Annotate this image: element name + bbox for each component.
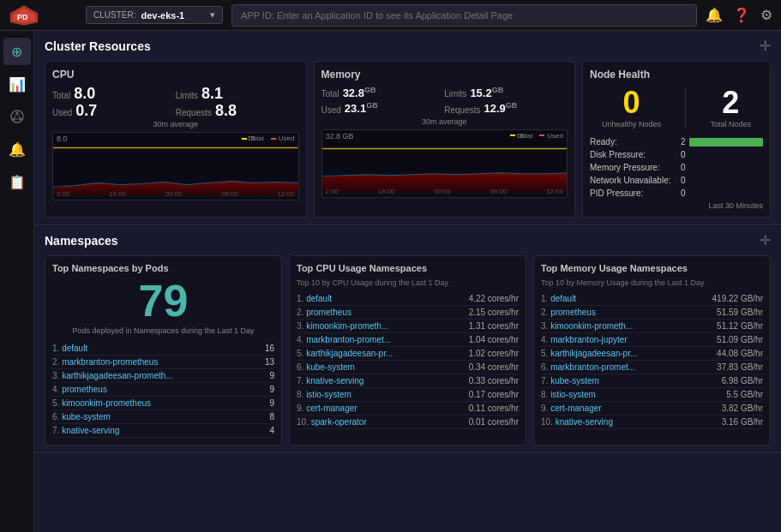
cpu-used-label: Used: [52, 108, 72, 117]
cpu-total-value: 8.0: [74, 86, 95, 101]
cpu-time-labels: 2:00 18:00 00:00 06:00 12:00: [53, 190, 298, 198]
list-item: 5. karthikjagadeesan-pr...44.08 GB/hr: [541, 347, 763, 361]
memory-avg: 30m average: [321, 117, 568, 126]
topbar: PD CLUSTER: dev-eks-1 ▾ 🔔 ❓ ⚙: [0, 0, 781, 31]
unhealthy-label: Unhealthy Nodes: [602, 120, 661, 129]
list-item: 10. knative-serving3.16 GB/hr: [541, 415, 763, 429]
list-item: 4. markbranton-promet...1.04 cores/hr: [297, 333, 519, 347]
content: Cluster Resources ✛ CPU Total 8.0: [34, 31, 781, 532]
list-item: 9. cert-manager3.82 GB/hr: [541, 402, 763, 415]
list-item: 6. kube-system8: [52, 410, 274, 424]
list-item: 2. prometheus2.15 cores/hr: [297, 306, 519, 320]
namespaces-expand[interactable]: ✛: [760, 232, 771, 248]
memory-time-labels: 2:00 18:00 00:00 06:00 12:00: [322, 188, 568, 195]
ready-bar-container: [689, 138, 763, 146]
app-id-input[interactable]: [231, 4, 697, 27]
disk-label: Disk Pressure:: [590, 150, 676, 159]
cpu-ns-list: 1. default4.22 cores/hr2. prometheus2.15…: [297, 292, 519, 429]
cpu-avg: 30m average: [52, 120, 299, 129]
list-item: 3. kimoonkim-prometh...1.31 cores/hr: [297, 320, 519, 333]
memory-card: Memory Total 32.8GB Used 23.1GB: [314, 61, 576, 218]
ready-value: 2: [681, 137, 686, 146]
list-item: 5. kimoonkim-prometheus9: [52, 397, 274, 410]
total-nodes-stat: 2 Total Nodes: [710, 87, 751, 129]
namespaces-title: Namespaces: [45, 234, 118, 248]
sidebar-item-alerts[interactable]: 🔔: [3, 135, 31, 163]
sidebar-item-home[interactable]: ⊕: [3, 38, 31, 65]
disk-value: 0: [681, 150, 686, 159]
memory-requests-label: Requests: [444, 105, 480, 115]
top-memory-card: Top Memory Usage Namespaces Top 10 by Me…: [533, 255, 771, 445]
top-pods-title: Top Namespaces by Pods: [52, 263, 274, 273]
pods-big-number: 79: [52, 278, 274, 323]
list-item: 2. markbranton-prometheus13: [52, 356, 274, 369]
cpu-card: CPU Total 8.0 Used 0.7: [45, 61, 307, 218]
total-nodes-label: Total Nodes: [710, 120, 751, 129]
cpu-chart: 8.0 1d Total Used: [52, 132, 299, 200]
top-pods-card: Top Namespaces by Pods 79 Pods deployed …: [45, 255, 282, 445]
cluster-value: dev-eks-1: [141, 10, 184, 21]
topbar-icons: 🔔 ❓ ⚙: [706, 7, 772, 23]
sidebar-item-list[interactable]: 📋: [3, 168, 31, 195]
top-cpu-subtitle: Top 10 by CPU Usage during the Last 1 Da…: [297, 278, 519, 287]
list-item: 6. markbranton-promet...37.83 GB/hr: [541, 361, 763, 374]
memory-limits-value: 15.2GB: [470, 86, 503, 99]
list-item: 2. prometheus51.59 GB/hr: [541, 306, 763, 320]
total-nodes-value: 2: [710, 87, 751, 118]
sidebar-item-charts[interactable]: 📊: [3, 70, 31, 98]
sidebar: ⊕ 📊 🔔 📋: [0, 31, 34, 532]
ready-label: Ready:: [590, 137, 676, 146]
top-cpu-title: Top CPU Usage Namespaces: [297, 263, 519, 273]
list-item: 7. kube-system6.98 GB/hr: [541, 374, 763, 388]
top-memory-title: Top Memory Usage Namespaces: [541, 263, 763, 273]
list-item: 1. default4.22 cores/hr: [297, 292, 519, 306]
node-health-title: Node Health: [590, 69, 763, 81]
memory-total-value: 32.8GB: [343, 86, 376, 99]
list-item: 4. markbranton-jupyter51.09 GB/hr: [541, 333, 763, 347]
list-item: 7. knative-serving4: [52, 424, 274, 438]
sidebar-item-nodes[interactable]: [3, 103, 31, 130]
cpu-stats: Total 8.0 Used 0.7 Limits 8.1: [52, 86, 299, 118]
network-row: Network Unavailable: 0: [590, 176, 763, 185]
cluster-dropdown-arrow: ▾: [210, 9, 215, 21]
disk-row: Disk Pressure: 0: [590, 150, 763, 159]
list-item: 8. istio-system0.17 cores/hr: [297, 388, 519, 402]
pods-big-desc: Pods deployed in Namespaces during the L…: [52, 326, 274, 335]
namespaces-header: Namespaces ✛: [45, 232, 771, 248]
cpu-requests-label: Requests: [176, 108, 212, 117]
list-item: 1. default16: [52, 342, 274, 356]
settings-icon[interactable]: ⚙: [760, 7, 772, 23]
top-memory-subtitle: Top 10 by Memory Usage during the Last 1…: [541, 278, 763, 287]
svg-line-7: [14, 113, 17, 119]
memory-used-value: 23.1GB: [345, 101, 378, 115]
list-item: 4. prometheus9: [52, 383, 274, 397]
ns-row: Top Namespaces by Pods 79 Pods deployed …: [45, 255, 771, 445]
memory-chart: 32.8 GB 1d Total Used: [321, 129, 568, 198]
main-layout: ⊕ 📊 🔔 📋 Cluster Resources ✛ CPU: [0, 31, 781, 532]
cpu-total-label: Total: [52, 91, 70, 100]
namespaces-section: Namespaces ✛ Top Namespaces by Pods 79 P…: [34, 225, 781, 453]
list-item: 10. spark-operator0.01 cores/hr: [297, 415, 519, 429]
unhealthy-stat: 0 Unhealthy Nodes: [602, 87, 661, 129]
bell-icon[interactable]: 🔔: [706, 7, 723, 23]
pods-list: 1. default162. markbranton-prometheus133…: [52, 342, 274, 438]
svg-line-8: [17, 113, 21, 119]
memory-used-label: Used: [321, 105, 341, 115]
cluster-dropdown[interactable]: CLUSTER: dev-eks-1 ▾: [86, 6, 223, 24]
network-label: Network Unavailable:: [590, 176, 676, 185]
pid-row: PID Pressure: 0: [590, 188, 763, 198]
list-item: 5. karthikjagadeesan-pr...1.02 cores/hr: [297, 347, 519, 361]
memory-stats: Total 32.8GB Used 23.1GB Limits 15: [321, 86, 568, 116]
list-item: 3. karthikjagadeesan-prometh...9: [52, 369, 274, 383]
node-health-stats: 0 Unhealthy Nodes 2 Total Nodes: [590, 87, 763, 129]
help-icon[interactable]: ❓: [733, 7, 750, 23]
unhealthy-value: 0: [602, 87, 661, 118]
cluster-resources-expand[interactable]: ✛: [760, 38, 771, 54]
cpu-used-value: 0.7: [75, 103, 97, 118]
memory-limits-label: Limits: [444, 89, 466, 99]
memory-pressure-row: Memory Pressure: 0: [590, 163, 763, 172]
cpu-limits-label: Limits: [176, 91, 198, 100]
cluster-resources-title: Cluster Resources: [45, 39, 151, 53]
memory-pressure-label: Memory Pressure:: [590, 163, 676, 172]
cpu-title: CPU: [52, 69, 299, 81]
